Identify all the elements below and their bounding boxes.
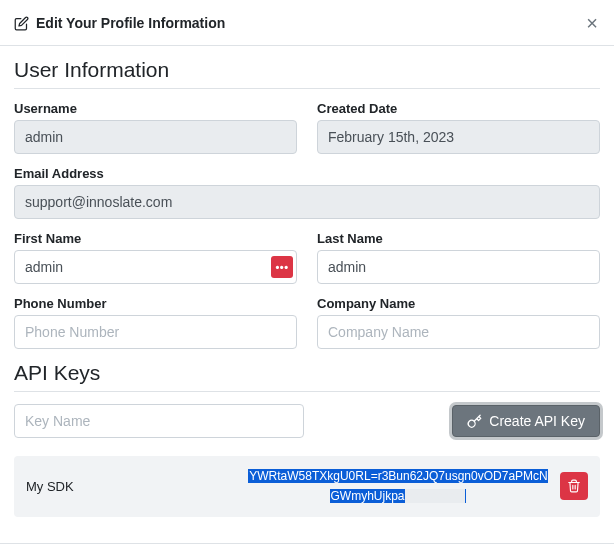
api-key-row: My SDK YWRtaW58TXkgU0RL=r3Bun62JQ7usgn0v… [14,456,600,517]
close-icon: × [586,12,598,34]
api-key-name: My SDK [26,479,236,494]
key-icon [467,414,482,429]
ellipsis-icon: ••• [275,261,288,273]
first-name-field[interactable] [14,250,297,284]
email-field [14,185,600,219]
email-label: Email Address [14,166,600,181]
last-name-label: Last Name [317,231,600,246]
modal-title: Edit Your Profile Information [14,15,225,31]
modal-body: User Information Username Created Date E… [0,46,614,517]
name-options-button[interactable]: ••• [271,256,293,278]
created-date-label: Created Date [317,101,600,116]
key-name-input[interactable] [14,404,304,438]
phone-label: Phone Number [14,296,297,311]
last-name-field[interactable] [317,250,600,284]
username-label: Username [14,101,297,116]
modal-title-text: Edit Your Profile Information [36,15,225,31]
api-keys-heading: API Keys [14,361,600,392]
phone-field[interactable] [14,315,297,349]
created-date-field [317,120,600,154]
user-info-heading: User Information [14,58,600,89]
create-api-key-button[interactable]: Create API Key [452,405,600,437]
company-field[interactable] [317,315,600,349]
username-field [14,120,297,154]
close-button[interactable]: × [586,13,598,33]
edit-icon [14,16,29,31]
trash-icon [567,479,581,493]
api-key-value-wrap: YWRtaW58TXkgU0RL=r3Bun62JQ7usgn0vOD7aPMc… [246,466,550,507]
create-api-key-label: Create API Key [489,413,585,429]
delete-api-key-button[interactable] [560,472,588,500]
first-name-label: First Name [14,231,297,246]
modal-header: Edit Your Profile Information × [0,0,614,46]
api-key-value[interactable]: YWRtaW58TXkgU0RL=r3Bun62JQ7usgn0vOD7aPMc… [248,469,547,503]
company-label: Company Name [317,296,600,311]
api-keys-section: API Keys Create API Key My SDK YWRtaW58T… [14,361,600,517]
